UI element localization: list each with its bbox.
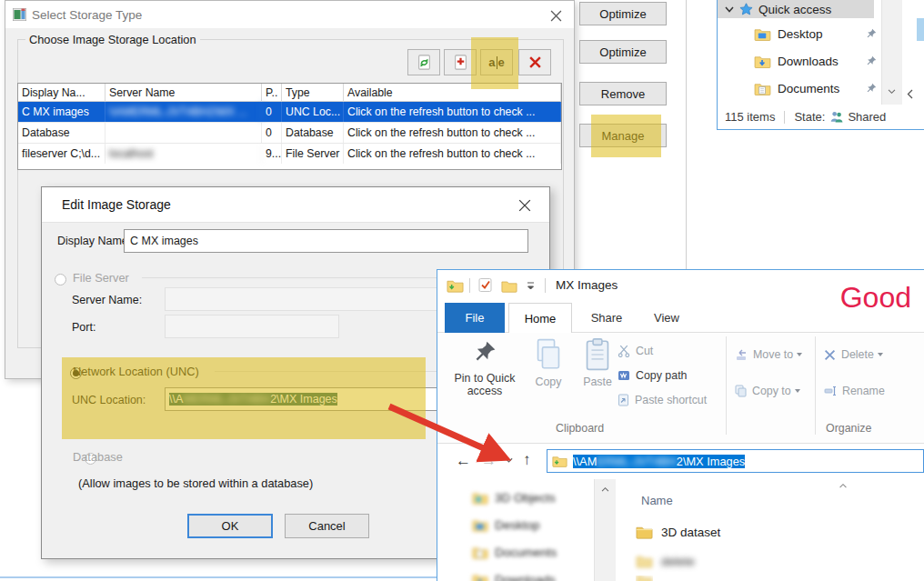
refresh-button[interactable] bbox=[407, 49, 440, 75]
nav-item-3d-objects[interactable]: 3D Objects bbox=[472, 486, 556, 508]
table-row[interactable]: C MX images \\AMERML-JVT4BH2\MX ... 0 UN… bbox=[18, 102, 561, 122]
nav-scrollbar[interactable] bbox=[881, 0, 902, 105]
file-item-3d-dataset[interactable]: 3D dataset bbox=[636, 521, 720, 543]
cancel-button[interactable]: Cancel bbox=[285, 514, 369, 538]
folder-icon bbox=[636, 554, 653, 568]
qat-dropdown-icon[interactable] bbox=[526, 282, 536, 291]
quick-access-star-icon bbox=[739, 3, 753, 16]
new-folder-icon[interactable] bbox=[501, 279, 517, 293]
ok-button[interactable]: OK bbox=[187, 514, 273, 538]
add-button[interactable] bbox=[444, 49, 477, 75]
close-icon[interactable] bbox=[515, 195, 535, 215]
remove-button[interactable]: Remove bbox=[579, 82, 667, 105]
manage-button[interactable]: Manage bbox=[579, 124, 667, 147]
address-bar[interactable]: \\AMERML-JVT4BH2\MX Images bbox=[547, 449, 924, 473]
chevron-down-icon[interactable] bbox=[725, 6, 734, 13]
close-icon[interactable] bbox=[547, 6, 565, 25]
sidebar-item-documents[interactable]: Documents bbox=[754, 77, 877, 99]
blurred-server-name: \\AMERML-JVT4BH2\MX ... bbox=[105, 102, 262, 122]
state-value: Shared bbox=[848, 110, 886, 124]
properties-check-icon[interactable] bbox=[478, 277, 493, 293]
optimize-button-2[interactable]: Optimize bbox=[579, 40, 667, 64]
folder-icon bbox=[636, 576, 653, 581]
app-folder-icon bbox=[447, 278, 464, 293]
sort-ascending-icon[interactable] bbox=[839, 483, 848, 488]
rename-icon bbox=[824, 386, 837, 396]
paste-icon bbox=[584, 338, 611, 371]
sidebar-item-downloads[interactable]: Downloads bbox=[754, 50, 877, 72]
file-explorer-window: MX Images Good File Home Share View Pin … bbox=[437, 269, 924, 581]
recent-locations-icon[interactable] bbox=[505, 457, 513, 464]
folder-icon bbox=[472, 546, 488, 559]
ribbon: Pin to Quick access Copy Paste Cut bbox=[437, 333, 924, 444]
copy-path-button[interactable]: Copy path bbox=[618, 366, 687, 385]
col-header-port[interactable]: P.. bbox=[262, 84, 282, 102]
nav-item-documents[interactable]: Documents bbox=[472, 541, 557, 563]
qat-separator bbox=[545, 278, 546, 293]
paste-shortcut-button[interactable]: Paste shortcut bbox=[618, 391, 707, 409]
dropdown-caret-icon bbox=[878, 353, 883, 356]
display-name-input[interactable]: C MX images bbox=[124, 229, 528, 253]
nav-item-desktop[interactable]: Desktop bbox=[472, 514, 540, 536]
delete-button[interactable] bbox=[518, 49, 551, 75]
cut-button[interactable]: Cut bbox=[618, 342, 653, 360]
folder-icon bbox=[472, 518, 488, 532]
move-to-button[interactable]: Move to bbox=[735, 346, 802, 364]
optimize-button-1[interactable]: Optimize bbox=[579, 2, 667, 25]
file-server-radio[interactable] bbox=[55, 274, 66, 285]
pin-icon bbox=[866, 55, 877, 66]
sidebar-item-desktop[interactable]: Desktop bbox=[754, 23, 877, 45]
paste-shortcut-icon bbox=[618, 394, 629, 406]
col-header-display-name[interactable]: Display Na... bbox=[18, 84, 105, 102]
unc-selected-text: \\AMERML-JVT4BH2\MX Images bbox=[169, 393, 337, 406]
col-header-server-name[interactable]: Server Name bbox=[105, 84, 262, 102]
table-row[interactable]: fileserver C;\d... localhost 9... File S… bbox=[18, 143, 561, 164]
pin-icon bbox=[866, 28, 877, 39]
network-location-label: Network Location (UNC) bbox=[73, 365, 199, 378]
file-item-partial[interactable] bbox=[636, 576, 653, 581]
file-item-blurred[interactable]: delete bbox=[636, 550, 695, 572]
pin-to-quick-access-button[interactable]: Pin to Quick access bbox=[447, 336, 523, 438]
add-icon bbox=[453, 55, 468, 70]
tab-view[interactable]: View bbox=[641, 303, 692, 333]
dialog-title: Select Storage Type bbox=[32, 8, 142, 22]
col-header-available[interactable]: Available bbox=[344, 84, 561, 102]
column-header-name[interactable]: Name bbox=[641, 494, 673, 507]
folder-icon bbox=[472, 573, 488, 581]
downloads-folder-icon bbox=[754, 55, 771, 68]
delete-x-icon bbox=[824, 349, 836, 361]
rename-button[interactable]: Rename bbox=[824, 382, 885, 400]
ribbon-group-separator bbox=[726, 336, 727, 435]
tab-file[interactable]: File bbox=[445, 303, 505, 333]
col-header-type[interactable]: Type bbox=[282, 84, 344, 102]
edit-button[interactable]: a e bbox=[480, 49, 513, 75]
database-label: Database bbox=[73, 450, 123, 464]
forward-icon[interactable]: → bbox=[481, 452, 497, 470]
tab-home[interactable]: Home bbox=[508, 303, 572, 334]
folder-icon bbox=[472, 491, 488, 505]
quick-access-label: Quick access bbox=[758, 3, 831, 16]
quick-access-root[interactable]: Quick access bbox=[718, 0, 874, 18]
nav-pane-scrollbar[interactable] bbox=[594, 479, 617, 581]
table-row[interactable]: Database 0 Database Click on the refresh… bbox=[18, 122, 561, 143]
port-input bbox=[165, 315, 339, 338]
collapse-left-icon[interactable] bbox=[907, 89, 913, 99]
copy-to-button[interactable]: Copy to bbox=[735, 382, 800, 400]
up-icon[interactable]: ↑ bbox=[523, 451, 531, 469]
file-list-pane: Name 3D dataset delete bbox=[616, 479, 924, 581]
dialog-titlebar: Select Storage Type bbox=[5, 1, 574, 28]
tab-share[interactable]: Share bbox=[579, 303, 634, 333]
qat-separator bbox=[469, 278, 470, 293]
status-bar: 115 items State: Shared bbox=[718, 105, 924, 129]
port-label: Port: bbox=[72, 321, 95, 334]
scroll-up-icon[interactable] bbox=[601, 486, 609, 492]
dialog-titlebar: Edit Image Storage bbox=[42, 187, 549, 223]
scroll-down-icon[interactable] bbox=[888, 89, 896, 95]
quick-access-window: Quick access Desktop Downloads Documents bbox=[717, 0, 924, 130]
copy-path-icon bbox=[618, 369, 630, 382]
unc-location-label: UNC Location: bbox=[72, 394, 146, 406]
back-icon[interactable]: ← bbox=[456, 452, 471, 470]
delete-button[interactable]: Delete bbox=[824, 346, 883, 364]
nav-item-downloads[interactable]: Downloads bbox=[472, 568, 556, 581]
explorer-nav-pane: 3D Objects Desktop Documents Downloads bbox=[437, 479, 594, 581]
